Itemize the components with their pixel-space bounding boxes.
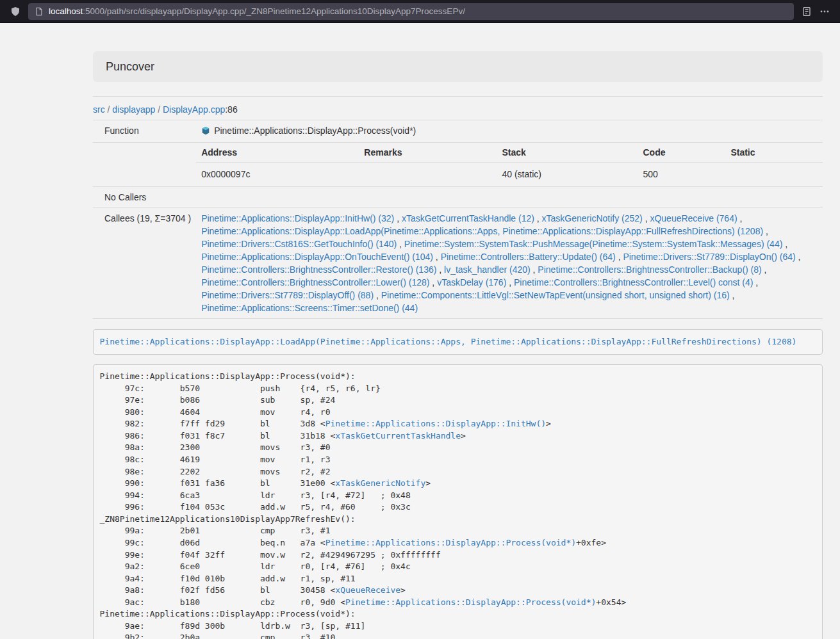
no-callers-row: No Callers	[93, 187, 823, 208]
callee-link[interactable]: xQueueReceive (764)	[650, 213, 737, 223]
symbol-cube-icon	[201, 125, 210, 138]
callee-link[interactable]: Pinetime::Drivers::St7789::DisplayOn() (…	[623, 252, 795, 262]
no-callers-label: No Callers	[93, 187, 823, 208]
breadcrumb: src / displayapp / DisplayApp.cpp:86	[93, 103, 823, 116]
callee-link[interactable]: Pinetime::Applications::DisplayApp::Load…	[201, 226, 763, 236]
browser-chrome: localhost:5000/path/src/displayapp/Displ…	[0, 0, 840, 23]
callee-link[interactable]: Pinetime::Applications::DisplayApp::Init…	[201, 213, 394, 223]
app-header: Puncover	[93, 51, 823, 82]
highlighted-symbol-link[interactable]: Pinetime::Applications::DisplayApp::Load…	[100, 337, 797, 346]
callee-link[interactable]: Pinetime::Controllers::BrightnessControl…	[514, 277, 753, 287]
value-code: 500	[638, 163, 726, 187]
callees-label: Callees (19, Σ=3704 )	[93, 208, 196, 319]
callee-link[interactable]: Pinetime::Controllers::BrightnessControl…	[201, 277, 429, 287]
value-static	[725, 163, 823, 187]
page-content: Puncover src / displayapp / DisplayApp.c…	[0, 23, 840, 639]
callee-link[interactable]: xTaskGenericNotify (252)	[542, 213, 643, 223]
app-title: Puncover	[106, 60, 154, 74]
breadcrumb-line-number: :86	[225, 104, 237, 115]
callees-list: Pinetime::Applications::DisplayApp::Init…	[196, 208, 823, 319]
asm-symbol-link[interactable]: xTaskGetCurrentTaskHandle	[335, 431, 461, 441]
callee-link[interactable]: lv_task_handler (420)	[444, 264, 531, 275]
asm-symbol-link[interactable]: xTaskGenericNotify	[335, 478, 425, 488]
function-name: Pinetime::Applications::DisplayApp::Proc…	[214, 125, 416, 136]
function-label: Function	[93, 120, 196, 143]
callees-row: Callees (19, Σ=3704 ) Pinetime::Applicat…	[93, 208, 823, 319]
asm-symbol-link[interactable]: Pinetime::Applications::DisplayApp::Init…	[325, 419, 546, 428]
callee-link[interactable]: Pinetime::Applications::DisplayApp::OnTo…	[201, 252, 433, 262]
col-header-stack: Stack	[497, 143, 638, 163]
assembly-code: Pinetime::Applications::DisplayApp::Proc…	[93, 364, 823, 639]
callee-link[interactable]: Pinetime::Components::LittleVgl::SetNewT…	[381, 290, 730, 300]
breadcrumb-link[interactable]: displayapp	[112, 104, 155, 115]
value-address: 0x0000097c	[196, 163, 359, 187]
divider	[93, 96, 823, 97]
breadcrumb-separator: /	[155, 104, 163, 115]
function-stats-row: Address Remarks Stack Code Static 0x0000…	[93, 143, 823, 187]
value-stack: 40 (static)	[497, 163, 638, 187]
callee-link[interactable]: Pinetime::Drivers::St7789::DisplayOff() …	[201, 290, 374, 300]
callee-link[interactable]: Pinetime::System::SystemTask::PushMessag…	[404, 239, 783, 249]
asm-symbol-link[interactable]: Pinetime::Applications::DisplayApp::Proc…	[345, 597, 596, 607]
breadcrumb-separator: /	[105, 104, 113, 115]
asm-symbol-link[interactable]: xQueueReceive	[335, 585, 400, 595]
breadcrumb-link[interactable]: src	[93, 104, 105, 115]
page-actions-menu-icon[interactable]	[816, 3, 834, 20]
tracking-shield-icon[interactable]	[6, 3, 24, 20]
col-header-address: Address	[196, 143, 359, 163]
value-remarks	[359, 163, 497, 187]
col-header-code: Code	[638, 143, 726, 163]
function-stats-values-row: 0x0000097c 40 (static) 500	[196, 163, 823, 187]
reader-view-icon[interactable]	[798, 3, 816, 20]
highlighted-symbol-box: Pinetime::Applications::DisplayApp::Load…	[93, 329, 823, 355]
url-bar[interactable]: localhost:5000/path/src/displayapp/Displ…	[28, 3, 794, 20]
col-header-remarks: Remarks	[359, 143, 497, 163]
url-path: :5000/path/src/displayapp/DisplayApp.cpp…	[83, 6, 465, 16]
page-info-icon[interactable]	[35, 7, 44, 16]
asm-symbol-link[interactable]: Pinetime::Applications::DisplayApp::Proc…	[325, 538, 576, 547]
function-row: Function Pinetime::Applications::Display…	[93, 120, 823, 143]
callee-link[interactable]: Pinetime::Controllers::Battery::Update()…	[441, 252, 616, 262]
col-header-static: Static	[725, 143, 823, 163]
breadcrumb-link[interactable]: DisplayApp.cpp	[163, 104, 225, 115]
url-text: localhost:5000/path/src/displayapp/Displ…	[49, 6, 465, 16]
callee-link[interactable]: Pinetime::Controllers::BrightnessControl…	[201, 264, 436, 275]
url-host: localhost	[49, 6, 83, 16]
function-stats-table: Address Remarks Stack Code Static 0x0000…	[196, 143, 823, 186]
callee-link[interactable]: vTaskDelay (176)	[437, 277, 506, 287]
callee-link[interactable]: Pinetime::Controllers::BrightnessControl…	[538, 264, 761, 275]
callee-link[interactable]: Pinetime::Applications::Screens::Timer::…	[201, 303, 418, 313]
callee-link[interactable]: xTaskGetCurrentTaskHandle (12)	[402, 213, 534, 223]
callee-link[interactable]: Pinetime::Drivers::Cst816S::GetTouchInfo…	[201, 239, 397, 249]
function-table: Function Pinetime::Applications::Display…	[93, 120, 823, 319]
